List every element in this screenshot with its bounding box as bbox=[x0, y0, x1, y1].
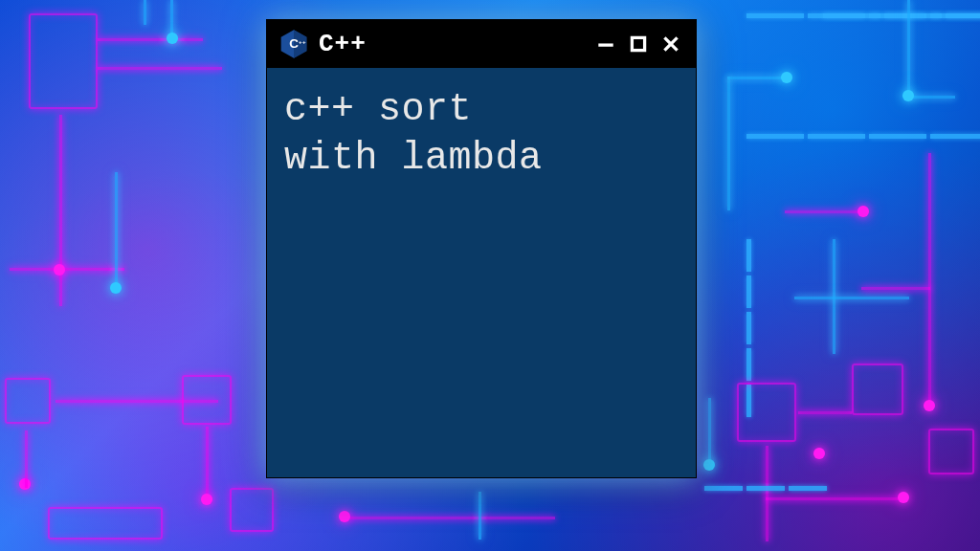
window-controls bbox=[592, 31, 684, 57]
window-title: C++ bbox=[319, 30, 583, 58]
titlebar: C + + C++ bbox=[267, 20, 696, 68]
svg-rect-6 bbox=[632, 37, 644, 50]
maximize-button[interactable] bbox=[625, 31, 652, 57]
cpp-icon: C + + bbox=[278, 29, 309, 59]
minimize-button[interactable] bbox=[592, 31, 619, 57]
content-line-1: c++ sort bbox=[284, 85, 679, 134]
terminal-window: C + + C++ c++ sort with lambda bbox=[266, 19, 697, 478]
window-body: c++ sort with lambda bbox=[267, 68, 696, 200]
close-button[interactable] bbox=[657, 31, 684, 57]
content-line-2: with lambda bbox=[284, 134, 679, 183]
svg-text:C: C bbox=[289, 36, 299, 51]
svg-text:+: + bbox=[302, 39, 306, 45]
